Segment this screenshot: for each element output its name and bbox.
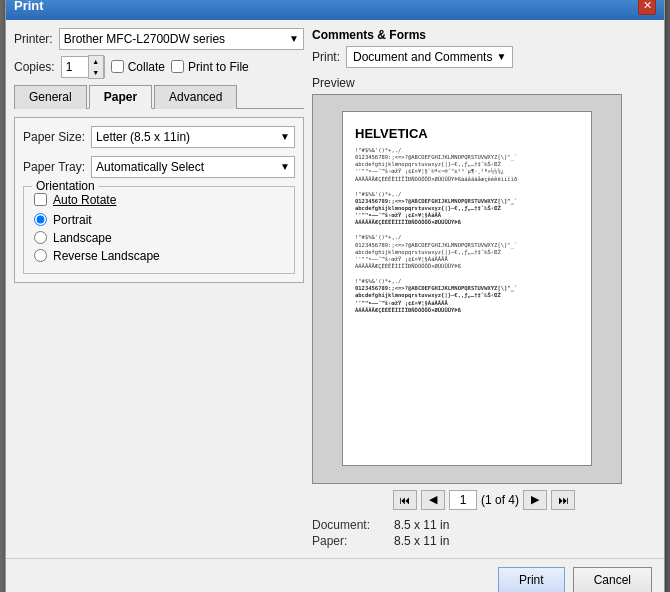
tabs-row: General Paper Advanced xyxy=(14,84,304,109)
printer-value: Brother MFC-L2700DW series xyxy=(64,32,225,46)
print-value-select[interactable]: Document and Comments ▼ xyxy=(346,46,513,68)
print-label: Print: xyxy=(312,50,340,64)
print-to-file-checkbox[interactable] xyxy=(171,60,184,73)
print-to-file-text: Print to File xyxy=(188,60,249,74)
preview-font-title: HELVETICA xyxy=(355,126,579,141)
collate-checkbox-label[interactable]: Collate xyxy=(111,60,165,74)
preview-label: Preview xyxy=(312,76,656,90)
portrait-row: Portrait xyxy=(34,213,284,227)
tab-paper[interactable]: Paper xyxy=(89,85,152,109)
right-panel: Comments & Forms Print: Document and Com… xyxy=(312,28,656,550)
document-key: Document: xyxy=(312,518,382,532)
reverse-landscape-radio[interactable] xyxy=(34,249,47,262)
title-bar: Print ✕ xyxy=(6,0,664,20)
paper-size-label: Paper Size: xyxy=(23,130,85,144)
paper-size-select[interactable]: Letter (8.5 x 11in) ▼ xyxy=(91,126,295,148)
page-of-label: (1 of 4) xyxy=(481,493,519,507)
comments-forms-title: Comments & Forms xyxy=(312,28,656,42)
preview-block-1: !"#$%&'()*+,./ 0123456789:;<=>?@ABCDEFGH… xyxy=(355,147,579,183)
comments-forms-section: Comments & Forms Print: Document and Com… xyxy=(312,28,656,68)
copies-spinners: ▲ ▼ xyxy=(88,55,104,79)
cancel-button[interactable]: Cancel xyxy=(573,567,652,593)
orientation-legend: Orientation xyxy=(32,179,99,193)
preview-box: HELVETICA !"#$%&'()*+,./ 0123456789:;<=>… xyxy=(312,94,622,484)
dialog-title: Print xyxy=(14,0,44,13)
document-value: 8.5 x 11 in xyxy=(394,518,449,532)
printer-row: Printer: Brother MFC-L2700DW series ▼ xyxy=(14,28,304,50)
next-page-button[interactable]: ▶ xyxy=(523,490,547,510)
reverse-landscape-row: Reverse Landscape xyxy=(34,249,284,263)
auto-rotate-checkbox[interactable] xyxy=(34,193,47,206)
print-button[interactable]: Print xyxy=(498,567,565,593)
auto-rotate-label: Auto Rotate xyxy=(53,193,116,207)
page-preview: HELVETICA !"#$%&'()*+,./ 0123456789:;<=>… xyxy=(342,111,592,466)
paper-size-row: Paper Size: Letter (8.5 x 11in) ▼ xyxy=(23,126,295,148)
printer-label: Printer: xyxy=(14,32,53,46)
left-panel: Printer: Brother MFC-L2700DW series ▼ Co… xyxy=(14,28,304,550)
preview-block-3: !"#$%&'()*+,./ 0123456789:;<=>?@ABCDEFGH… xyxy=(355,234,579,270)
page-number-input[interactable] xyxy=(449,490,477,510)
last-page-button[interactable]: ⏭ xyxy=(551,490,575,510)
document-info-row: Document: 8.5 x 11 in xyxy=(312,518,656,532)
preview-block-2: !"#$%&'()*+,./ 0123456789:;<=>?@ABCDEFGH… xyxy=(355,191,579,227)
paper-panel: Paper Size: Letter (8.5 x 11in) ▼ Paper … xyxy=(14,117,304,283)
comments-forms-row: Print: Document and Comments ▼ xyxy=(312,46,656,68)
close-button[interactable]: ✕ xyxy=(638,0,656,15)
prev-page-button[interactable]: ◀ xyxy=(421,490,445,510)
reverse-landscape-label: Reverse Landscape xyxy=(53,249,160,263)
bottom-buttons: Print Cancel xyxy=(6,558,664,593)
paper-info-row: Paper: 8.5 x 11 in xyxy=(312,534,656,548)
first-page-button[interactable]: ⏮ xyxy=(393,490,417,510)
paper-size-arrow: ▼ xyxy=(280,131,290,142)
printer-dropdown-arrow: ▼ xyxy=(289,33,299,44)
orientation-group: Orientation Auto Rotate Portrait Landsca… xyxy=(23,186,295,274)
copies-value: 1 xyxy=(62,60,88,74)
paper-size-value: Letter (8.5 x 11in) xyxy=(96,130,190,144)
paper-tray-value: Automatically Select xyxy=(96,160,204,174)
paper-key: Paper: xyxy=(312,534,382,548)
copies-label: Copies: xyxy=(14,60,55,74)
print-dialog: Print ✕ Printer: Brother MFC-L2700DW ser… xyxy=(5,0,665,592)
print-to-file-label[interactable]: Print to File xyxy=(171,60,249,74)
landscape-row: Landscape xyxy=(34,231,284,245)
printer-select[interactable]: Brother MFC-L2700DW series ▼ xyxy=(59,28,304,50)
print-value-arrow: ▼ xyxy=(496,51,506,62)
tab-advanced[interactable]: Advanced xyxy=(154,85,237,109)
landscape-radio[interactable] xyxy=(34,231,47,244)
paper-tray-label: Paper Tray: xyxy=(23,160,85,174)
paper-value: 8.5 x 11 in xyxy=(394,534,449,548)
portrait-radio[interactable] xyxy=(34,213,47,226)
copies-row: Copies: 1 ▲ ▼ Collate Print to File xyxy=(14,56,304,78)
landscape-label: Landscape xyxy=(53,231,112,245)
paper-tray-row: Paper Tray: Automatically Select ▼ xyxy=(23,156,295,178)
tab-general[interactable]: General xyxy=(14,85,87,109)
collate-label: Collate xyxy=(128,60,165,74)
dialog-body: Printer: Brother MFC-L2700DW series ▼ Co… xyxy=(6,20,664,558)
copies-up-button[interactable]: ▲ xyxy=(89,56,103,67)
doc-info: Document: 8.5 x 11 in Paper: 8.5 x 11 in xyxy=(312,518,656,548)
print-value-text: Document and Comments xyxy=(353,50,492,64)
pagination-nav: ⏮ ◀ (1 of 4) ▶ ⏭ xyxy=(312,490,656,510)
copies-down-button[interactable]: ▼ xyxy=(89,67,103,78)
collate-checkbox[interactable] xyxy=(111,60,124,73)
paper-tray-select[interactable]: Automatically Select ▼ xyxy=(91,156,295,178)
paper-tray-arrow: ▼ xyxy=(280,161,290,172)
portrait-label: Portrait xyxy=(53,213,92,227)
preview-block-4: !"#$%&'()*+,./ 0123456789:;<=>?@ABCDEFGH… xyxy=(355,278,579,314)
auto-rotate-row: Auto Rotate xyxy=(34,193,284,207)
